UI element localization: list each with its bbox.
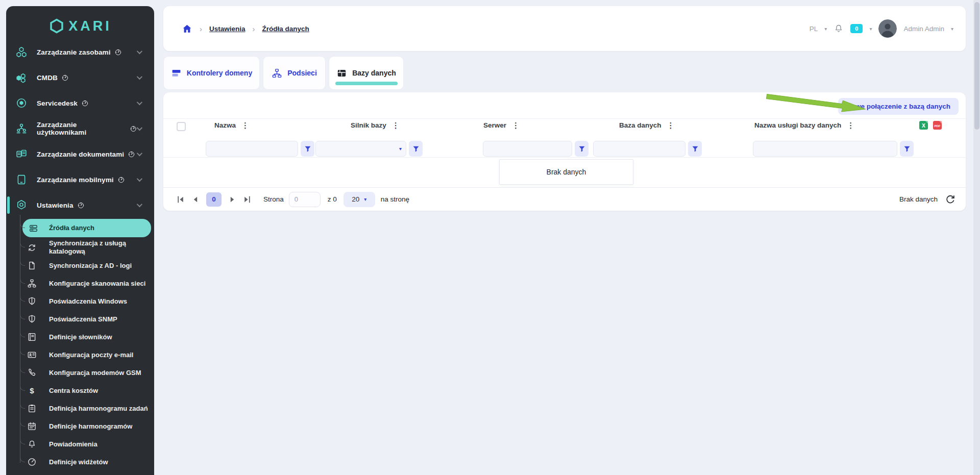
tree-elbow <box>20 313 25 319</box>
column-menu-icon[interactable]: ⋮ <box>667 121 675 129</box>
column-header: Silnik bazy⋮ <box>351 121 400 129</box>
filter-funnel-icon[interactable] <box>301 141 314 157</box>
gauge-icon <box>81 99 89 107</box>
sidebar-item-users[interactable]: Zarządzanie użytkownikami <box>6 116 154 141</box>
user-name: Admin Admin <box>903 25 944 33</box>
active-section-indicator <box>7 196 10 214</box>
chevron-down-icon[interactable]: ▾ <box>951 26 953 32</box>
sidebar-subitem-notifications[interactable]: Powiadomienia <box>6 435 154 453</box>
notifications-bell-icon[interactable] <box>834 23 844 34</box>
new-db-connection-link[interactable]: Nowe połączenie z bazą danych <box>838 98 959 115</box>
sidebar-item-assets[interactable]: Zarządzanie zasobami <box>6 39 154 65</box>
scrollbar-thumb[interactable] <box>974 2 979 130</box>
first-page-button[interactable] <box>177 195 185 204</box>
filter-input[interactable] <box>206 141 298 157</box>
sidebar-subitem-task-schedule[interactable]: Definicja harmonogramu zadań <box>6 399 154 417</box>
breadcrumb-link-ustawienia[interactable]: Ustawienia <box>209 25 246 33</box>
refresh-icon[interactable] <box>945 194 955 205</box>
filter-input[interactable] <box>753 141 897 157</box>
scrollbar-track[interactable] <box>973 0 980 475</box>
filter-funnel-icon[interactable] <box>688 141 702 157</box>
chevron-down-icon <box>137 74 142 80</box>
shield-icon <box>27 314 37 324</box>
filter-input[interactable] <box>593 141 685 157</box>
home-icon[interactable] <box>182 23 192 34</box>
avatar[interactable] <box>878 19 897 38</box>
svg-text:PDF: PDF <box>934 124 940 128</box>
filter-input[interactable] <box>483 141 572 157</box>
breadcrumb-link-zrodla-danych[interactable]: Źródła danych <box>262 25 309 33</box>
filter-funnel-icon[interactable] <box>409 141 423 157</box>
sidebar-subitem-dictionaries[interactable]: Definicje słowników <box>6 328 154 346</box>
tab-domain-controllers[interactable]: Kontrolery domeny <box>163 56 260 90</box>
column-menu-icon[interactable]: ⋮ <box>241 121 249 129</box>
hexagon-logo-icon <box>48 18 65 34</box>
last-page-button[interactable] <box>243 195 251 204</box>
export-buttons: X PDF <box>919 120 942 130</box>
page-size-select[interactable]: 20 ▾ <box>344 192 375 207</box>
tree-elbow <box>20 348 25 355</box>
tablet-icon <box>15 173 28 186</box>
sidebar-subitem-data-sources[interactable]: Źródła danych <box>22 219 151 237</box>
sync-icon <box>27 243 37 253</box>
sidebar-item-documents[interactable]: Zarządzanie dokumentami <box>6 141 154 167</box>
chevron-down-icon[interactable]: ▾ <box>824 26 827 32</box>
export-pdf-icon[interactable]: PDF <box>933 120 942 130</box>
sidebar-item-cmdb[interactable]: CMDB <box>6 65 154 90</box>
tab-subnets[interactable]: Podsieci <box>263 56 326 90</box>
sidebar-subitem-cost-centers[interactable]: $Centra kosztów <box>6 382 154 399</box>
sidebar-item-label: Servicedesk <box>37 99 78 107</box>
language-selector[interactable]: PL <box>810 25 818 33</box>
column-menu-icon[interactable]: ⋮ <box>847 121 854 129</box>
sidebar-subitem-win-cred[interactable]: Poświadczenia Windows <box>6 292 154 310</box>
filter-funnel-icon[interactable] <box>575 141 589 157</box>
sidebar-item-servicedesk[interactable]: Servicedesk <box>6 90 154 116</box>
sidebar-subitem-gsm-config[interactable]: Konfiguracja modemów GSM <box>6 364 154 382</box>
gauge-icon <box>61 74 69 82</box>
pages-icon <box>15 148 28 160</box>
sidebar-subitem-dir-sync[interactable]: Synchronizacja z usługą katalogową <box>6 238 154 257</box>
notification-count-badge[interactable]: 0 <box>850 24 863 33</box>
column-filter-group <box>753 141 914 157</box>
sidebar-subitem-ad-logs[interactable]: Synchronizacja z AD - logi <box>6 257 154 274</box>
filter-funnel-icon[interactable] <box>900 141 914 157</box>
sidebar-item-settings[interactable]: Ustawienia <box>6 192 154 218</box>
chevron-down-icon <box>137 125 142 131</box>
current-page-button[interactable]: 0 <box>206 192 222 207</box>
sidebar-subitem-net-scan[interactable]: Konfiguracje skanowania sieci <box>6 274 154 292</box>
gauge-icon <box>77 202 85 209</box>
subnet-icon <box>272 68 282 79</box>
sidebar-subitem-label: Poświadczenia Windows <box>49 297 127 306</box>
page-number-input[interactable] <box>289 192 321 207</box>
sidebar-subitem-email-config[interactable]: Konfiguracja poczty e-mail <box>6 346 154 364</box>
export-excel-icon[interactable]: X <box>919 120 928 130</box>
chevron-down-icon[interactable]: ▾ <box>869 26 872 32</box>
chevron-down-icon <box>137 151 142 156</box>
sidebar-subitem-label: Powiadomienia <box>49 440 97 448</box>
filter-input[interactable] <box>315 141 406 157</box>
table-header-divider <box>163 118 966 119</box>
column-header-label: Baza danych <box>619 121 662 129</box>
headset-icon <box>15 97 28 109</box>
tree-elbow <box>20 420 25 427</box>
select-all-checkbox[interactable] <box>177 122 186 131</box>
column-menu-icon[interactable]: ⋮ <box>392 121 400 129</box>
sidebar-subitem-widgets[interactable]: Definicje widżetów <box>6 453 154 471</box>
previous-page-button[interactable] <box>191 195 200 204</box>
tab-label: Bazy danych <box>352 69 396 77</box>
shield-icon <box>27 296 37 306</box>
svg-text:X: X <box>922 123 925 129</box>
column-menu-icon[interactable]: ⋮ <box>512 121 520 129</box>
tab-label: Kontrolery domeny <box>187 69 252 77</box>
sidebar-subitem-label: Centra kosztów <box>49 387 98 395</box>
next-page-button[interactable] <box>228 195 236 204</box>
column-filter-group <box>206 141 314 157</box>
sidebar-subitem-snmp-cred[interactable]: Poświadczenia SNMP <box>6 310 154 328</box>
pagination-status: Brak danych <box>899 195 938 203</box>
column-header-label: Nazwa usługi bazy danych <box>754 121 841 129</box>
tab-databases[interactable]: Bazy danych <box>329 56 404 90</box>
tree-elbow <box>20 241 25 247</box>
sidebar-subitem-schedules[interactable]: Definicje harmonogramów <box>6 417 154 435</box>
sidebar-item-label: Zarządzanie dokumentami <box>37 151 124 158</box>
sidebar-item-mobile[interactable]: Zarządzanie mobilnymi <box>6 167 154 192</box>
